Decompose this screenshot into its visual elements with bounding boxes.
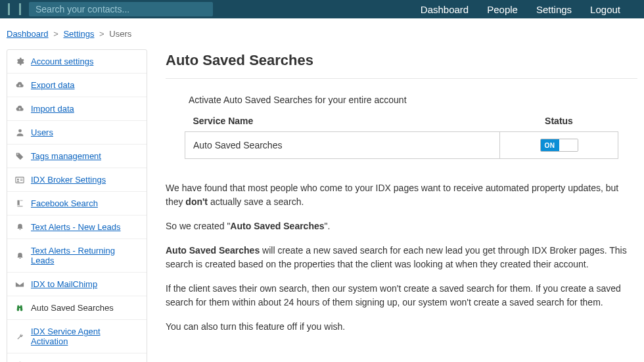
sidebar-item-label: Text Alerts - Returning Leads [31,246,139,265]
nav-people[interactable]: People [487,4,518,15]
topbar-nav: Dashboard People Settings Logout [421,4,636,15]
paragraph-5: You can also turn this feature off if yo… [166,320,637,334]
sidebar-item-idx-broker-settings[interactable]: IDX Broker Settings [7,168,147,192]
sidebar: Account settings Export data Import data… [7,49,147,362]
text: ". [325,221,331,231]
page-title: Auto Saved Searches [166,52,637,69]
table-row: Auto Saved Searches ON [185,132,618,159]
sidebar-item-text-alerts-new-leads[interactable]: Text Alerts - New Leads [7,215,147,239]
sidebar-item-label: Facebook Search [31,198,98,208]
gear-icon [15,57,24,66]
sidebar-item-label: Auto Saved Searches [31,303,114,313]
activate-label: Activate Auto Saved Searches for your en… [185,95,618,105]
search-input[interactable] [29,2,213,16]
paragraph-4: If the client saves their own search, th… [166,282,637,309]
sidebar-item-idx-service-agent-activation[interactable]: IDX Service Agent Activation [7,320,147,353]
text-bold: Auto Saved Searches [166,245,260,256]
cloud-upload-icon [15,104,24,114]
sidebar-item-label: IDX Service Agent Activation [31,327,139,346]
sidebar-item-label: IDX to MailChimp [31,279,97,289]
cloud-download-icon [15,81,24,90]
container: Account settings Export data Import data… [0,49,644,362]
sidebar-item-label: Tags management [31,151,101,161]
breadcrumb-sep: > [53,29,58,39]
svg-rect-4 [20,180,23,181]
body-text: We have found that most people who come … [166,181,637,334]
svg-rect-3 [20,179,23,179]
sidebar-item-text-alerts-returning-leads[interactable]: Text Alerts - Returning Leads [7,239,147,273]
bell-icon [15,223,24,232]
cell-service-name: Auto Saved Searches [185,132,500,159]
svg-point-2 [17,178,19,180]
sidebar-item-idx-to-mailchimp[interactable]: IDX to MailChimp [7,273,147,296]
topbar-left [8,2,213,16]
svg-point-0 [18,129,22,133]
binoculars-icon [15,304,24,313]
breadcrumb-settings[interactable]: Settings [63,29,94,39]
text: So we created " [166,221,230,231]
nav-logout[interactable]: Logout [590,4,620,15]
status-toggle[interactable]: ON [540,139,578,152]
sidebar-item-tags-management[interactable]: Tags management [7,145,147,168]
sidebar-item-label: Users [31,127,53,137]
sidebar-item-account-settings[interactable]: Account settings [7,50,147,74]
sidebar-item-theme-downloads[interactable]: Theme Downloads [7,353,147,362]
service-table: Service Name Status Auto Saved Searches … [185,110,618,159]
paragraph-1: We have found that most people who come … [166,181,637,209]
id-card-icon [15,175,24,185]
user-icon [15,128,24,137]
text-bold: don't [185,196,208,207]
toggle-off-handle [559,139,578,151]
sidebar-item-import-data[interactable]: Import data [7,97,147,121]
sidebar-item-label: Text Alerts - New Leads [31,222,121,232]
text: actually save a search. [208,196,304,207]
breadcrumb: Dashboard > Settings > Users [0,18,644,49]
col-status: Status [500,110,618,132]
cell-status: ON [500,132,618,159]
bell-icon [15,251,24,260]
toggle-on-label: ON [541,139,559,151]
topbar: Dashboard People Settings Logout [0,0,644,18]
envelope-icon [15,280,24,289]
sidebar-item-label: Export data [31,80,75,90]
sidebar-item-users[interactable]: Users [7,121,147,145]
col-service-name: Service Name [185,110,500,132]
title-divider [166,78,637,79]
book-icon [15,199,24,208]
breadcrumb-dashboard[interactable]: Dashboard [7,29,49,39]
tags-icon [15,152,24,161]
activate-block: Activate Auto Saved Searches for your en… [185,95,618,159]
sidebar-item-label: Import data [31,104,74,114]
paragraph-2: So we created "Auto Saved Searches". [166,219,637,233]
sidebar-item-label: Account settings [31,57,93,66]
breadcrumb-current: Users [109,29,131,39]
paragraph-3: Auto Saved Searches will create a new sa… [166,244,637,271]
wrench-icon [15,332,24,341]
nav-settings[interactable]: Settings [536,4,572,15]
sidebar-item-auto-saved-searches[interactable]: Auto Saved Searches [7,296,147,320]
sidebar-item-label: IDX Broker Settings [31,175,106,185]
text-bold: Auto Saved Searches [230,221,324,231]
main-content: Auto Saved Searches Activate Auto Saved … [166,49,637,362]
sidebar-item-facebook-search[interactable]: Facebook Search [7,192,147,215]
breadcrumb-sep: > [99,29,104,39]
sidebar-item-export-data[interactable]: Export data [7,74,147,97]
nav-dashboard[interactable]: Dashboard [421,4,469,15]
logo-icon [8,3,21,15]
